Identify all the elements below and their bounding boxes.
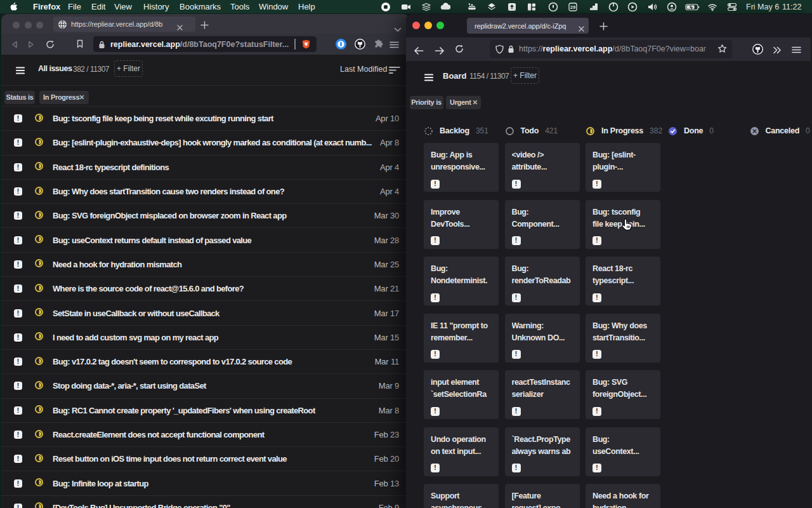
svg-text:29: 29 <box>570 4 575 10</box>
